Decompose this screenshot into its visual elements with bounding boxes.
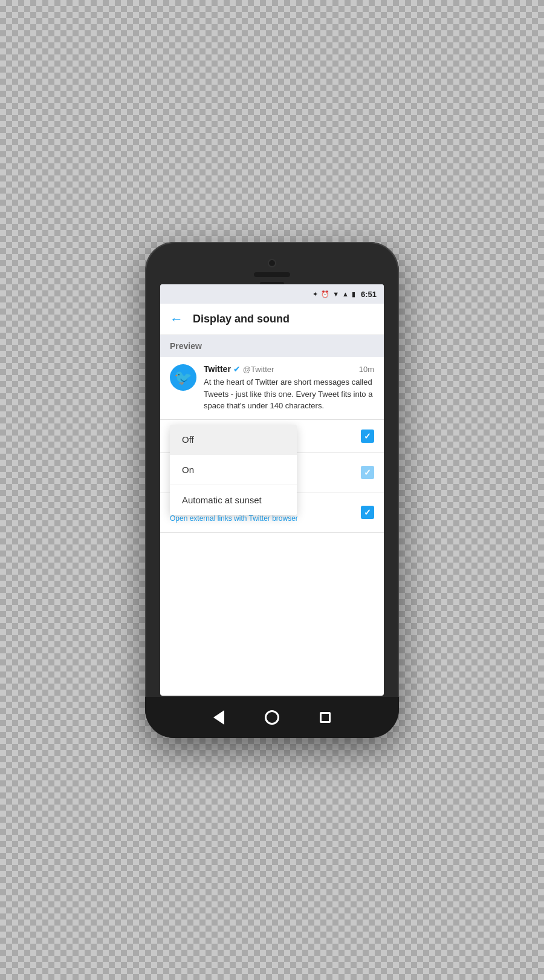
- tweet-content: Twitter ✔ @Twitter 10m At the heart of T…: [204, 364, 374, 412]
- back-nav-icon: [213, 710, 224, 725]
- verified-icon: ✔: [233, 364, 241, 374]
- status-icons: ✦ ⏰ ▼ ▲ ▮ 6:51: [312, 290, 377, 299]
- night-mode-checkbox[interactable]: [361, 466, 374, 479]
- bluetooth-icon: ✦: [312, 290, 318, 298]
- dropdown-item-off[interactable]: Off: [170, 425, 297, 455]
- clock: 6:51: [361, 290, 377, 299]
- front-camera: [268, 259, 276, 267]
- tweet-username: Twitter: [204, 364, 231, 374]
- recent-nav-icon: [320, 712, 331, 723]
- back-nav-button[interactable]: [210, 709, 227, 726]
- battery-icon: ▮: [352, 290, 355, 298]
- tweet-body: At the heart of Twitter are short messag…: [204, 376, 374, 412]
- sound-effects-checkbox[interactable]: [361, 430, 374, 443]
- dropdown-item-on[interactable]: On: [170, 455, 297, 485]
- tweet-time: 10m: [359, 365, 374, 374]
- status-bar: ✦ ⏰ ▼ ▲ ▮ 6:51: [160, 284, 384, 304]
- night-mode-dropdown[interactable]: Off On Automatic at sunset: [170, 425, 297, 515]
- signal-icon: ▲: [342, 290, 349, 298]
- content-area: Preview 🐦 Twitter ✔ @Twitter 10m: [160, 335, 384, 696]
- phone-device: ✦ ⏰ ▼ ▲ ▮ 6:51 ← Display and sound Previ…: [145, 242, 399, 738]
- earpiece-speaker: [254, 272, 290, 277]
- dropdown-item-automatic[interactable]: Automatic at sunset: [170, 485, 297, 515]
- alarm-icon: ⏰: [321, 290, 329, 298]
- back-button[interactable]: ←: [170, 312, 183, 327]
- in-app-browser-checkbox[interactable]: [361, 506, 374, 519]
- tweet-name-row: Twitter ✔ @Twitter: [204, 364, 274, 374]
- recent-nav-button[interactable]: [317, 709, 334, 726]
- phone-screen: ✦ ⏰ ▼ ▲ ▮ 6:51 ← Display and sound Previ…: [160, 284, 384, 696]
- home-nav-button[interactable]: [264, 709, 280, 726]
- preview-section-header: Preview: [160, 335, 384, 357]
- phone-top-bezel: [254, 259, 290, 285]
- tweet-handle: @Twitter: [243, 365, 274, 374]
- nav-bar: [145, 697, 399, 738]
- wifi-icon: ▼: [332, 290, 339, 298]
- home-nav-icon: [265, 710, 279, 725]
- twitter-bird-icon: 🐦: [174, 369, 192, 386]
- tweet-header: Twitter ✔ @Twitter 10m: [204, 364, 374, 374]
- app-bar: ← Display and sound: [160, 304, 384, 335]
- preview-tweet: 🐦 Twitter ✔ @Twitter 10m At the heart of…: [160, 357, 384, 420]
- in-app-browser-sublabel: Open external links with Twitter browser: [170, 514, 298, 523]
- page-title: Display and sound: [193, 313, 290, 325]
- tweet-avatar: 🐦: [170, 364, 196, 391]
